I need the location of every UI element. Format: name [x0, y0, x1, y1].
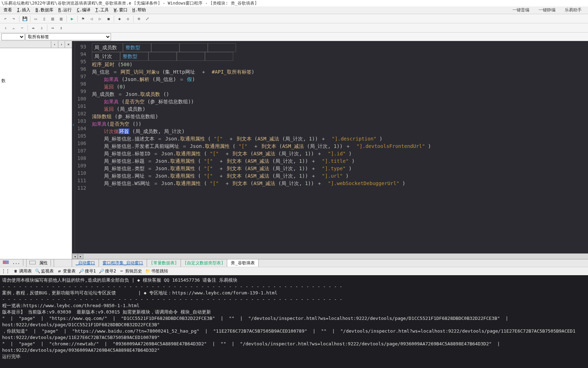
tooltab-搜寻1[interactable]: 🔎搜寻1 [78, 268, 96, 274]
menu-窗口[interactable]: W.窗口 [112, 7, 129, 13]
tooltab-调用表[interactable]: ☎调用表 [13, 268, 32, 274]
scope-dropdown[interactable] [1, 33, 25, 40]
监视表-icon: 🔍 [35, 268, 40, 274]
code-area[interactable]: 局_成员数整数型局_计次整数型程序_延时 (500)局_信息 ＝ 网页_访问_对… [89, 41, 588, 253]
console-line: - - - - - - - - - - - - - - - - - - - - … [2, 296, 586, 303]
tool-gear-icon[interactable]: ⚙ [135, 15, 143, 23]
搜寻2-icon: 🔎 [99, 268, 104, 274]
剪辑历史-icon: ✂ [119, 268, 124, 274]
symbol-dropdown[interactable]: 取所有标签 [25, 33, 111, 40]
file-tab[interactable]: 窗口程序集_启动窗口 [99, 259, 147, 267]
console-line: " | "page" | "chrome://newtab/" | "09360… [2, 341, 586, 347]
tooltab-书签跳转[interactable]: 📁书签跳转 [145, 268, 168, 274]
tooltab-剪辑历史[interactable]: ✂剪辑历史 [119, 268, 142, 274]
workspace: ‹ › × 数 ... 属性 ↓ 93949596979899100101102… [0, 41, 588, 267]
搜寻1-icon: 🔎 [78, 268, 84, 274]
scroll-left-icon[interactable]: ◂ [72, 254, 78, 259]
console-line: - - - - - - - - - - - - - - - - - - - - … [2, 283, 586, 290]
size-h-icon[interactable]: ↕ [57, 24, 65, 32]
tool-tab-handle[interactable]: ⋮⋮ [1, 269, 10, 274]
editor-scrollbar[interactable]: ◂ ▸ [72, 253, 588, 259]
tool-tabs-bar: ⋮⋮ ☎调用表🔍监视表⇄变量表🔎搜寻1🔎搜寻2✂剪辑历史📁书签跳转 [0, 267, 588, 275]
scroll-right-icon[interactable]: ▸ [78, 254, 83, 259]
tool-bookmark-icon[interactable]: ⚑ [79, 15, 87, 23]
tool-layout2-icon[interactable]: ▯ [40, 15, 48, 23]
menu-right-一键普编[interactable]: 一键普编 [510, 7, 531, 13]
file-tab[interactable]: _启动窗口 [72, 259, 99, 267]
symbol-selector-bar: 取所有标签 [0, 33, 588, 41]
panel-prev-icon[interactable]: ‹ [51, 41, 58, 48]
tool-expand-icon[interactable]: ⤢ [143, 15, 151, 23]
menu-运行[interactable]: R.运行 [56, 7, 74, 13]
editor-panel: ↓ 93949596979899100101102103104105106107… [72, 41, 588, 267]
console-line: host:9222/devtools/page/D1CC5521F1DF6828… [2, 322, 586, 328]
tool-next-icon[interactable]: ▷ [96, 15, 104, 23]
tool-mark2-icon[interactable]: ◇ [124, 15, 132, 23]
tool-redo-icon[interactable]: ↷ [10, 15, 18, 23]
title-bar: \乐易论坛教程\2022年课程\谷歌浏览器填表课程\类_谷歌填表类.e [无编译… [0, 0, 588, 6]
menu-编译[interactable]: C.编译 [75, 7, 92, 13]
tool-run-icon[interactable]: ▶ [68, 15, 76, 23]
align-left-icon[interactable]: ⫞ [1, 24, 9, 32]
menu-工具[interactable]: T.工具 [93, 7, 111, 13]
side-panel-tree[interactable]: 数 [0, 48, 72, 259]
side-panel-controls: ‹ › × [0, 41, 72, 48]
file-tab[interactable]: [自定义数据类型表] [181, 259, 227, 267]
align-right-icon[interactable]: ⫟ [18, 24, 26, 32]
tool-undo-icon[interactable]: ↶ [1, 15, 9, 23]
调用表-icon: ☎ [13, 268, 18, 274]
code-editor[interactable]: ↓ 93949596979899100101102103104105106107… [72, 41, 588, 253]
menu-right-一键静编[interactable]: 一键静编 [536, 7, 558, 13]
tool-mark1-icon[interactable]: ◆ [116, 15, 123, 23]
window-title: \乐易论坛教程\2022年课程\谷歌浏览器填表课程\类_谷歌填表类.e [无编译… [1, 0, 257, 6]
tool-layout1-icon[interactable]: ▭ [32, 15, 40, 23]
tooltab-监视表[interactable]: 🔍监视表 [35, 268, 54, 274]
toolbar-second: ⫞ ⫠ ⫟ ⇹ ⇳ ↔ ↕ [0, 23, 588, 33]
panel-next-icon[interactable]: › [58, 41, 65, 48]
file-tab[interactable]: [常量数据表] [147, 259, 181, 267]
menu-帮助[interactable]: H.帮助 [130, 7, 148, 13]
file-tabs: _启动窗口窗口程序集_启动窗口[常量数据表][自定义数据类型表]类_谷歌填表 [72, 259, 588, 267]
marker-gutter: ↓ [72, 41, 75, 253]
console-line: ，你就知道" | "page" | "https://www.baidu.com… [2, 328, 586, 334]
panel-close-icon[interactable]: × [65, 41, 72, 48]
tooltab-变量表[interactable]: ⇄变量表 [57, 268, 76, 274]
tool-save-icon[interactable]: 💾 [21, 15, 29, 23]
console-line: 请勿使用本模块编写有损他人利益的软件,造成的后果全部自负 | ◆ 模块客服 QQ… [2, 277, 586, 283]
console-line: host:9222/devtools/page/0936009AA7269B4C… [2, 347, 586, 353]
menu-bar: 查看I.插入B.数据库R.运行C.编译T.工具W.窗口H.帮助一键普编一键静编乐… [0, 6, 588, 14]
menu-查看[interactable]: 查看 [1, 7, 14, 13]
console-line: " | "page" | "https://www.qq.com/" | "D1… [2, 315, 586, 322]
side-tab-properties[interactable]: 属性 [27, 259, 54, 267]
dist-h-icon[interactable]: ⇹ [29, 24, 37, 32]
console-line: host:9222/devtools/page/11E27E6C72B7AC5B… [2, 334, 586, 341]
side-tab-more[interactable]: ... [0, 259, 27, 267]
file-tab[interactable]: 类_谷歌填表 [227, 259, 258, 267]
dist-v-icon[interactable]: ⇳ [38, 24, 46, 32]
menu-right-乐易助手[interactable]: 乐易助手 [563, 7, 584, 13]
menu-数据库[interactable]: B.数据库 [33, 7, 55, 13]
tool-layout3-icon[interactable]: ▤ [49, 15, 57, 23]
line-numbers: 9394959697989910010110210310410510610710… [75, 41, 89, 253]
side-panel: ‹ › × 数 ... 属性 [0, 41, 72, 267]
toolbar-main: ↶ ↷ 💾 ▭ ▯ ▤ ▥ ▶ ⚑ ◁ ▷ ◼ ◆ ◇ ⚙ ⤢ [0, 14, 588, 23]
output-console[interactable]: 请勿使用本模块编写有损他人利益的软件,造成的后果全部自负 | ◆ 模块客服 QQ… [0, 275, 588, 368]
书签跳转-icon: 📁 [145, 268, 151, 274]
变量表-icon: ⇄ [57, 268, 62, 274]
console-line: 运行完毕 [2, 353, 586, 360]
console-line: 程一览表:https://www.leybc.com/thread-9850-1… [2, 303, 586, 309]
tool-stop-icon[interactable]: ◼ [105, 15, 112, 23]
tree-item[interactable]: 数 [1, 78, 70, 84]
menu-插入[interactable]: I.插入 [15, 7, 33, 13]
size-w-icon[interactable]: ↔ [49, 24, 57, 32]
align-center-icon[interactable]: ⫠ [10, 24, 18, 32]
console-line: 案例，教程，反馈BUG，更新功能等均可在论坛专区反馈 | ◆ 专区地址：http… [2, 290, 586, 296]
side-panel-tabs: ... 属性 [0, 259, 72, 267]
tool-prev-icon[interactable]: ◁ [88, 15, 95, 23]
tooltab-搜寻2[interactable]: 🔎搜寻2 [99, 268, 116, 274]
console-line: 版本提示】 当前版本:v9.03030 最新版本:v9.03015 如需更新模块… [2, 309, 586, 315]
tool-layout4-icon[interactable]: ▥ [57, 15, 65, 23]
